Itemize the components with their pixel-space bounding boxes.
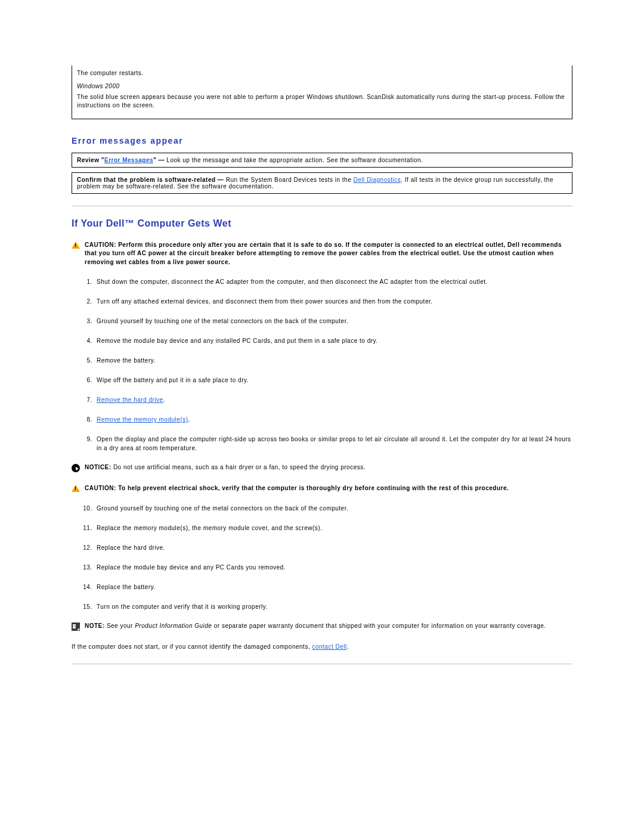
error-box-2: Confirm that the problem is software-rel… <box>72 172 572 194</box>
top-info-box: The computer restarts. Windows 2000 The … <box>72 66 572 119</box>
step-8: Remove the memory module(s). <box>94 415 572 424</box>
error-messages-heading: Error messages appear <box>72 136 572 145</box>
caution-2-text: To help prevent electrical shock, verify… <box>116 485 509 491</box>
note-italic: Product Information Guide <box>135 623 212 629</box>
step-5: Remove the battery. <box>94 356 572 365</box>
step-14: Replace the battery. <box>94 583 572 592</box>
step-2: Turn off any attached external devices, … <box>94 297 572 306</box>
notice-1-label: NOTICE: <box>85 464 112 470</box>
note-1: NOTE: See your Product Information Guide… <box>72 622 572 632</box>
caution-2: CAUTION: To help prevent electrical shoc… <box>72 484 572 493</box>
step-12: Replace the hard drive. <box>94 543 572 552</box>
review-text-rest: Look up the message and take the appropr… <box>165 157 423 163</box>
caution-1: CAUTION: Perform this procedure only aft… <box>72 241 572 267</box>
top-line-2: The solid blue screen appears because yo… <box>77 93 567 110</box>
footer-paragraph: If the computer does not start, or if yo… <box>72 643 572 652</box>
step-1: Shut down the computer, disconnect the A… <box>94 277 572 286</box>
step-15: Turn on the computer and verify that it … <box>94 602 572 611</box>
confirm-text-before: Run the System Board Devices tests in th… <box>224 176 353 183</box>
remove-hard-drive-link[interactable]: Remove the hard drive <box>97 397 163 403</box>
dell-diagnostics-link[interactable]: Dell Diagnostics <box>354 176 401 183</box>
footer-after: . <box>347 643 349 650</box>
caution-icon <box>72 241 80 249</box>
steps-list-a: Shut down the computer, disconnect the A… <box>72 277 572 453</box>
step-11: Replace the memory module(s), the memory… <box>94 524 572 532</box>
caution-icon <box>72 485 80 492</box>
caution-1-text: Perform this procedure only after you ar… <box>85 241 562 265</box>
os-label: Windows 2000 <box>77 83 567 89</box>
notice-1: NOTICE: Do not use artificial means, suc… <box>72 463 572 473</box>
caution-2-label: CAUTION: <box>85 485 116 491</box>
wet-section-heading: If Your Dell™ Computer Gets Wet <box>72 218 572 229</box>
top-line-1: The computer restarts. <box>77 69 567 78</box>
note-text-before: See your <box>105 623 135 629</box>
notice-icon <box>72 464 80 472</box>
step-6: Wipe off the battery and put it in a saf… <box>94 376 572 385</box>
error-messages-link[interactable]: Error Messages <box>104 157 153 163</box>
note-1-label: NOTE: <box>85 623 105 629</box>
remove-memory-module-link[interactable]: Remove the memory module(s) <box>97 416 188 423</box>
step-13: Replace the module bay device and any PC… <box>94 563 572 572</box>
step-10: Ground yourself by touching one of the m… <box>94 504 572 513</box>
error-box-1: Review "Error Messages" — Look up the me… <box>72 153 572 168</box>
review-label-suffix-bold: " — <box>153 157 165 163</box>
section-divider <box>72 206 572 206</box>
note-text-after: or separate paper warranty document that… <box>212 623 546 629</box>
steps-list-b: Ground yourself by touching one of the m… <box>72 504 572 611</box>
step-7: Remove the hard drive. <box>94 395 572 404</box>
note-icon <box>72 623 80 631</box>
notice-1-text: Do not use artificial means, such as a h… <box>112 464 366 470</box>
contact-dell-link[interactable]: contact Dell <box>312 643 346 650</box>
step-9: Open the display and place the computer … <box>94 435 572 453</box>
step-3: Ground yourself by touching one of the m… <box>94 317 572 326</box>
footer-before: If the computer does not start, or if yo… <box>72 643 312 650</box>
caution-1-label: CAUTION: <box>85 241 116 248</box>
review-label-prefix: Review " <box>77 157 104 163</box>
step-4: Remove the module bay device and any ins… <box>94 336 572 345</box>
section-divider-bottom <box>72 664 572 664</box>
confirm-label: Confirm that the problem is software-rel… <box>77 176 224 183</box>
